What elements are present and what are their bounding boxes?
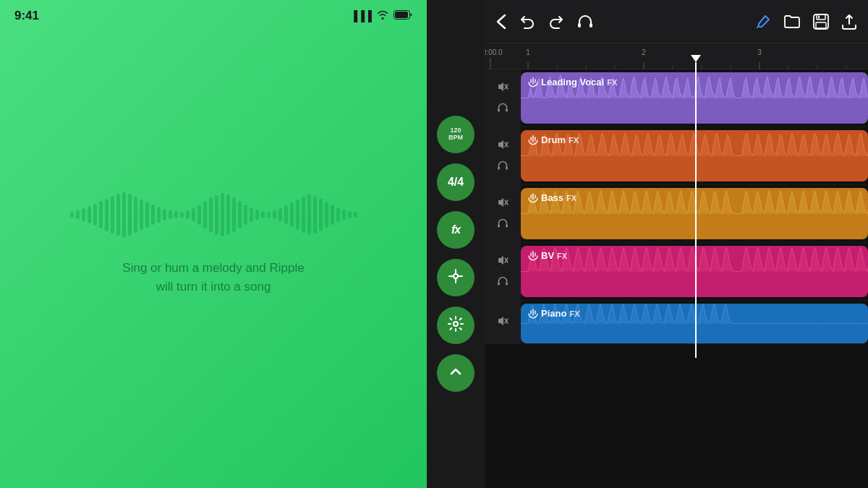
svg-rect-36 (506, 166, 508, 169)
tune-icon (448, 268, 464, 288)
tracks-list: Leading Vocal FX (485, 69, 868, 488)
export-button[interactable] (842, 14, 856, 30)
track-row: Leading Vocal FX (485, 69, 868, 127)
track-name: Leading Vocal (541, 77, 604, 87)
wave-bar (169, 210, 172, 219)
track-name: Drum (541, 134, 566, 145)
fx-badge: FX (566, 194, 576, 202)
track-controls-bv (485, 243, 521, 300)
back-button[interactable] (496, 14, 506, 30)
mute-icon[interactable] (497, 254, 509, 268)
wave-bar (284, 205, 288, 224)
headphones-icon[interactable] (497, 218, 509, 231)
headphones-icon[interactable] (497, 160, 509, 174)
wave-bar (163, 209, 166, 221)
wave-bar (302, 197, 305, 233)
mute-icon[interactable] (497, 197, 509, 210)
time-sig-label: 4/4 (448, 176, 464, 189)
fx-label: fx (451, 223, 460, 236)
status-bar: 9:41 ▐▐▐ (0, 0, 427, 32)
wave-bar (261, 211, 265, 218)
svg-rect-7 (817, 14, 825, 20)
tune-button[interactable] (437, 259, 475, 296)
fx-badge: FX (569, 136, 579, 145)
headphones-icon[interactable] (497, 275, 509, 289)
track-label-bv: BV FX (528, 250, 567, 261)
redo-button[interactable] (548, 14, 564, 30)
wave-bar (226, 194, 230, 235)
save-button[interactable] (813, 14, 829, 30)
bpm-button[interactable]: 120 BPM (437, 116, 475, 153)
wave-bar (267, 212, 271, 218)
svg-rect-8 (816, 22, 826, 28)
expand-button[interactable] (437, 354, 475, 392)
daw-toolbar (485, 0, 868, 43)
wave-bar (348, 211, 352, 218)
track-content-bv[interactable]: BV FX (521, 243, 868, 300)
track-label-leading-vocal: Leading Vocal FX (528, 77, 617, 87)
headphones-icon[interactable] (497, 102, 509, 116)
gear-icon (448, 316, 464, 335)
svg-rect-4 (578, 23, 581, 27)
track-content-drum[interactable]: Drum FX (521, 127, 868, 184)
timeline-ruler: 00:00.0 1 2 3 4 (485, 43, 868, 69)
waveform-pink (521, 246, 868, 297)
svg-rect-5 (590, 23, 592, 27)
wave-bar (82, 208, 85, 221)
wave-bar (255, 210, 259, 220)
track-content-leading-vocal[interactable]: Leading Vocal FX (521, 69, 868, 127)
track-row: Drum FX (485, 127, 868, 185)
track-content-piano[interactable]: Piano FX (521, 301, 868, 343)
wave-bar (111, 196, 114, 234)
wave-bar (76, 210, 80, 219)
signal-icon: ▐▐▐ (350, 10, 372, 22)
folder-button[interactable] (784, 15, 800, 28)
wave-bar (354, 212, 357, 218)
svg-rect-39 (498, 224, 500, 227)
wave-bar (273, 210, 276, 219)
track-label-bass: Bass FX (528, 192, 576, 203)
mute-icon[interactable] (497, 315, 509, 329)
svg-text:00:00.0: 00:00.0 (485, 48, 503, 56)
track-name: Bass (541, 192, 563, 203)
waveform-visualization (70, 192, 357, 237)
track-controls-drum (485, 127, 521, 184)
wave-bar (70, 212, 74, 218)
svg-text:1: 1 (526, 48, 530, 56)
track-row: Bass FX (485, 185, 868, 243)
instrument-button[interactable] (755, 14, 771, 30)
track-label-drum: Drum FX (528, 134, 579, 145)
undo-button[interactable] (519, 14, 535, 30)
track-label-piano: Piano FX (528, 308, 579, 319)
prompt-text: Sing or hum a melody and Ripple will tur… (122, 259, 304, 296)
status-icons: ▐▐▐ (350, 9, 412, 22)
wave-bar (174, 211, 178, 218)
time-signature-button[interactable]: 4/4 (437, 163, 475, 201)
wave-bar (342, 210, 346, 220)
wave-bar (134, 197, 137, 233)
ruler-svg: 00:00.0 1 2 3 4 (485, 43, 868, 69)
wave-bar (232, 197, 236, 232)
svg-text:3: 3 (757, 48, 762, 56)
mute-icon[interactable] (497, 139, 509, 153)
track-row: BV FX (485, 243, 868, 301)
track-controls-leading-vocal (485, 69, 521, 127)
settings-button[interactable] (437, 307, 475, 344)
wave-bar (151, 205, 155, 225)
wave-bar (250, 207, 253, 222)
wave-bar (290, 202, 294, 227)
fx-badge: FX (557, 252, 567, 260)
track-name: BV (541, 250, 554, 261)
wave-bar (319, 199, 323, 231)
left-panel: 9:41 ▐▐▐ Sing or hum a melody (0, 0, 427, 488)
daw-panel: 00:00.0 1 2 3 4 (485, 0, 868, 488)
svg-rect-44 (506, 282, 508, 285)
svg-text:2: 2 (642, 48, 646, 56)
mute-icon[interactable] (497, 81, 509, 95)
fx-button[interactable]: fx (437, 211, 475, 249)
chevron-up-icon (448, 364, 464, 383)
wave-bar (88, 206, 91, 223)
track-content-bass[interactable]: Bass FX (521, 185, 868, 242)
headphones-button[interactable] (577, 14, 593, 30)
svg-rect-31 (498, 108, 500, 111)
